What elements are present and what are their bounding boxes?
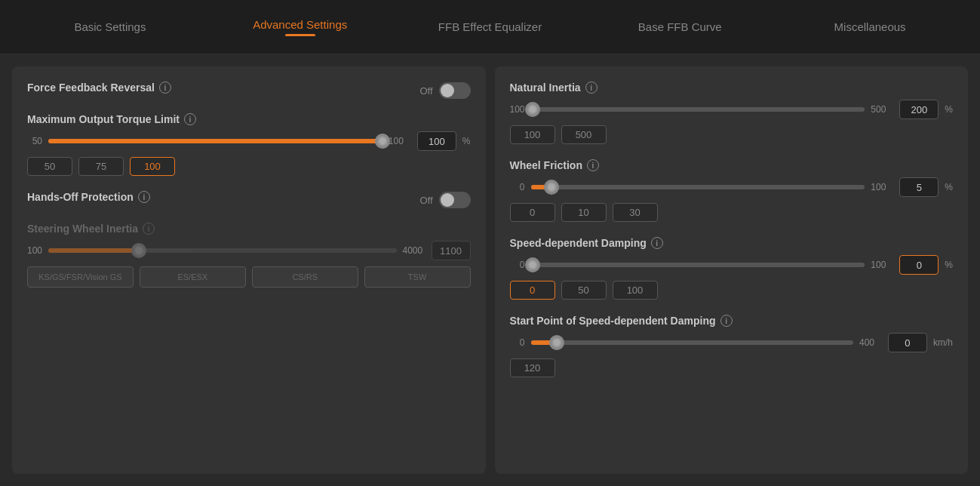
natural-inertia-section: Natural Inertia i 100 500 % 100 500 [510,82,954,144]
start-point-speed-damping-slider-row: 0 400 km/h [510,333,954,352]
natural-inertia-track[interactable] [531,107,865,112]
steering-wheel-inertia-track[interactable] [48,248,396,253]
max-output-torque-info-icon[interactable]: i [184,113,196,125]
max-output-torque-unit: % [462,136,471,146]
start-point-speed-damping-min: 0 [510,337,525,348]
steering-wheel-inertia-input[interactable] [432,241,471,260]
natural-inertia-qv-100[interactable]: 100 [510,125,555,144]
hands-off-protection-label: Hands-Off Protection i [27,191,150,203]
preset-cs[interactable]: CS/RS [252,266,358,288]
force-feedback-reversal-toggle[interactable] [439,82,471,99]
max-output-torque-track[interactable] [48,139,382,143]
start-point-speed-damping-thumb[interactable] [549,335,564,350]
hands-off-protection-toggle-container: Off [419,192,470,208]
start-point-speed-damping-label: Start Point of Speed-dependent Damping i [510,315,954,327]
wheel-friction-max: 100 [871,182,893,192]
preset-tsw[interactable]: TSW [364,266,471,288]
start-point-speed-damping-unit: km/h [933,337,953,348]
preset-es[interactable]: ES/ESX [140,266,246,288]
hands-off-protection-toggle-label: Off [419,195,432,206]
hands-off-protection-toggle[interactable] [439,192,471,208]
hands-off-protection-info-icon[interactable]: i [138,191,150,203]
force-feedback-reversal-toggle-container: Off [419,82,470,99]
steering-wheel-inertia-thumb[interactable] [131,243,146,258]
max-output-torque-min: 50 [27,136,42,146]
natural-inertia-input[interactable] [899,100,939,119]
natural-inertia-info-icon[interactable]: i [585,82,598,94]
speed-dependent-damping-qv-0[interactable]: 0 [510,281,555,300]
hands-off-protection-row: Hands-Off Protection i Off [27,191,471,209]
wheel-friction-track[interactable] [531,185,865,189]
max-output-torque-fill [48,139,382,143]
steering-wheel-inertia-max: 4000 [403,245,425,256]
wheel-friction-qv-0[interactable]: 0 [510,203,555,222]
main-content: Force Feedback Reversal i Off Maximum Ou… [0,54,980,486]
natural-inertia-quick-values: 100 500 [510,125,954,144]
start-point-speed-damping-input[interactable] [888,333,927,352]
steering-wheel-inertia-info-icon[interactable]: i [143,223,155,235]
speed-dependent-damping-slider-row: 0 100 % [510,255,954,275]
max-output-torque-qv-100[interactable]: 100 [130,157,175,176]
steering-wheel-inertia-presets: KS/GS/FSR/Vision GS ES/ESX CS/RS TSW [27,266,471,288]
speed-dependent-damping-qv-50[interactable]: 50 [561,281,607,300]
left-panel: Force Feedback Reversal i Off Maximum Ou… [12,66,486,474]
wheel-friction-section: Wheel Friction i 0 100 % 0 10 30 [510,159,954,222]
speed-dependent-damping-input[interactable] [899,255,939,275]
start-point-speed-damping-info-icon[interactable]: i [720,315,733,327]
speed-dependent-damping-quick-values: 0 50 100 [510,281,954,300]
tab-ffb[interactable]: FFB Effect Equalizer [395,13,585,41]
tab-advanced[interactable]: Advanced Settings [205,11,395,44]
start-point-speed-damping-qv-120[interactable]: 120 [510,358,555,377]
natural-inertia-slider-row: 100 500 % [510,100,954,119]
natural-inertia-thumb[interactable] [525,102,540,117]
max-output-torque-thumb[interactable] [375,134,390,149]
tab-basic[interactable]: Basic Settings [15,13,205,41]
wheel-friction-unit: % [945,182,953,192]
start-point-speed-damping-max: 400 [859,337,882,348]
start-point-speed-damping-section: Start Point of Speed-dependent Damping i… [510,315,954,377]
preset-ks[interactable]: KS/GS/FSR/Vision GS [27,266,134,288]
max-output-torque-qv-75[interactable]: 75 [78,157,124,176]
start-point-speed-damping-track[interactable] [531,340,853,345]
force-feedback-reversal-row: Force Feedback Reversal i Off [27,82,471,100]
wheel-friction-label: Wheel Friction i [510,159,954,171]
steering-wheel-inertia-section: Steering Wheel Inertia i 100 4000 KS/GS/… [27,223,471,288]
force-feedback-reversal-toggle-label: Off [419,85,432,97]
speed-dependent-damping-min: 0 [510,260,525,270]
speed-dependent-damping-track[interactable] [531,263,865,267]
speed-dependent-damping-label: Speed-dependent Damping i [510,237,954,249]
steering-wheel-inertia-slider-row: 100 4000 [27,241,471,260]
max-output-torque-label: Maximum Output Torque Limit i [27,113,471,125]
wheel-friction-quick-values: 0 10 30 [510,203,954,222]
max-output-torque-section: Maximum Output Torque Limit i 50 100 % 5… [27,113,471,176]
steering-wheel-inertia-min: 100 [27,245,42,256]
natural-inertia-min: 100 [510,104,525,115]
speed-dependent-damping-qv-100[interactable]: 100 [613,281,658,300]
natural-inertia-unit: % [945,104,953,115]
max-output-torque-input[interactable] [417,131,456,151]
speed-dependent-damping-info-icon[interactable]: i [651,237,663,249]
wheel-friction-qv-30[interactable]: 30 [613,203,658,222]
natural-inertia-max: 500 [871,104,893,115]
wheel-friction-qv-10[interactable]: 10 [561,203,607,222]
steering-wheel-inertia-label: Steering Wheel Inertia i [27,223,471,235]
wheel-friction-slider-row: 0 100 % [510,177,954,197]
speed-dependent-damping-thumb[interactable] [525,257,540,272]
wheel-friction-min: 0 [510,182,525,192]
speed-dependent-damping-max: 100 [871,260,893,270]
natural-inertia-qv-500[interactable]: 500 [561,125,607,144]
tab-misc[interactable]: Miscellaneous [775,13,965,41]
natural-inertia-label: Natural Inertia i [510,82,954,94]
wheel-friction-thumb[interactable] [544,180,559,195]
max-output-torque-qv-50[interactable]: 50 [27,157,72,176]
right-panel: Natural Inertia i 100 500 % 100 500 W [495,66,969,474]
force-feedback-reversal-info-icon[interactable]: i [159,82,171,94]
wheel-friction-info-icon[interactable]: i [587,159,599,171]
force-feedback-reversal-label: Force Feedback Reversal i [27,82,171,94]
tab-bar: Basic Settings Advanced Settings FFB Eff… [0,0,980,54]
max-output-torque-max: 100 [389,136,411,146]
tab-base-ffb[interactable]: Base FFB Curve [585,13,775,41]
wheel-friction-input[interactable] [899,177,939,197]
speed-dependent-damping-section: Speed-dependent Damping i 0 100 % 0 50 1… [510,237,954,300]
max-output-torque-quick-values: 50 75 100 [27,157,471,176]
